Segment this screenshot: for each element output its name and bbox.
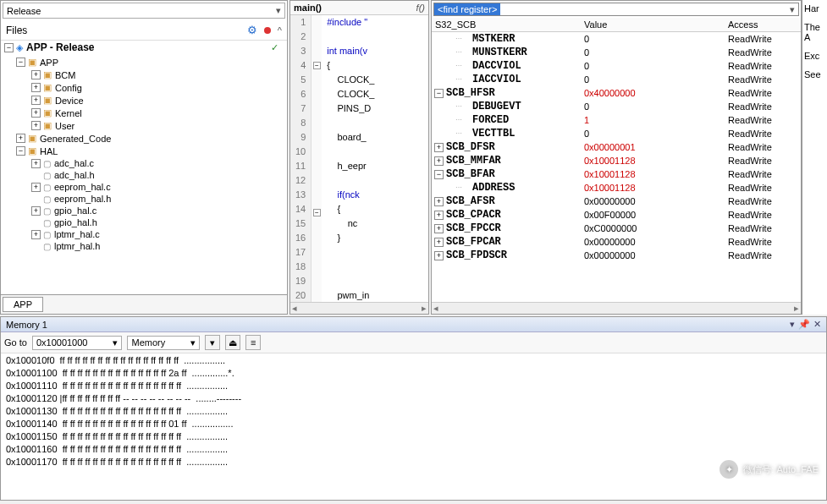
expander-icon[interactable]: + (31, 159, 41, 168)
folder-icon: ▣ (43, 82, 52, 93)
register-row[interactable]: +SCB_FPCCR0xC0000000ReadWrite (432, 222, 801, 235)
folder-icon: ▣ (43, 69, 52, 80)
memory-row: 0x10001160 ff ff ff ff ff ff ff ff ff ff… (6, 444, 821, 457)
tab-strip: APP (1, 294, 287, 314)
config-combo[interactable]: Release ▾ (3, 3, 285, 19)
memory-row: 0x10001130 ff ff ff ff ff ff ff ff ff ff… (6, 406, 821, 419)
expander-icon[interactable]: + (434, 224, 444, 233)
gear-icon[interactable]: ⚙ (247, 24, 257, 36)
register-row[interactable]: +SCB_FPDSCR0x00000000ReadWrite (432, 249, 801, 262)
register-name: VECTTBL (472, 127, 515, 140)
col-value: Value (584, 19, 728, 30)
tool-button-2[interactable]: ≡ (245, 335, 261, 350)
expander-icon[interactable]: + (31, 183, 41, 192)
tree-item[interactable]: +▢adc_hal.c (1, 157, 287, 169)
tree-item[interactable]: +▢eeprom_hal.c (1, 181, 287, 193)
collapse-icon[interactable]: ^ (278, 25, 282, 36)
register-value: 0 (584, 46, 728, 59)
chevron-down-icon: ▾ (786, 4, 798, 15)
tool-button-1[interactable]: ⏏ (225, 335, 240, 350)
horizontal-scrollbar[interactable]: ◂▸ (290, 302, 428, 314)
tab-app[interactable]: APP (3, 297, 43, 312)
tree-item[interactable]: +▣User (1, 119, 287, 132)
register-row[interactable]: ⋯MSTKERR0ReadWrite (432, 32, 801, 46)
config-value: Release (7, 6, 41, 16)
register-row[interactable]: +SCB_AFSR0x00000000ReadWrite (432, 194, 801, 208)
expander-icon[interactable]: − (434, 89, 444, 98)
tree-item[interactable]: ▢eeprom_hal.h (1, 193, 287, 205)
record-icon[interactable] (264, 27, 271, 34)
tree-item[interactable]: +▣Device (1, 94, 287, 107)
expander-icon[interactable]: − (16, 58, 25, 67)
register-list[interactable]: ⋯MSTKERR0ReadWrite⋯MUNSTKERR0ReadWrite⋯D… (432, 32, 801, 302)
expander-icon[interactable]: + (434, 143, 444, 152)
tree-item[interactable]: ▢adc_hal.h (1, 169, 287, 181)
tree-item[interactable]: −▣APP (1, 56, 287, 68)
register-name: ADDRESS (472, 181, 515, 194)
project-root[interactable]: − ◈ APP - Release ✓ (1, 41, 287, 54)
file-icon: ▢ (43, 242, 51, 251)
register-row[interactable]: +SCB_CPACR0x00F00000ReadWrite (432, 208, 801, 222)
register-name: SCB_FPDSCR (446, 249, 507, 262)
register-row[interactable]: −SCB_HFSR0x40000000ReadWrite (432, 86, 801, 100)
memory-dump[interactable]: 0x100010f0 ff ff ff ff ff ff ff ff ff ff… (1, 353, 826, 500)
register-row[interactable]: ⋯ADDRESS0x10001128ReadWrite (432, 181, 801, 194)
expander-icon[interactable]: + (31, 83, 41, 92)
close-icon[interactable]: ✕ (813, 319, 821, 330)
tree-item[interactable]: +▢gpio_hal.c (1, 205, 287, 216)
expander-icon[interactable]: + (31, 96, 41, 105)
expander-icon[interactable]: + (31, 230, 41, 239)
register-row[interactable]: ⋯IACCVIOL0ReadWrite (432, 73, 801, 86)
tree-item[interactable]: +▣Generated_Code (1, 132, 287, 145)
file-tree[interactable]: −▣APP+▣BCM+▣Config+▣Device+▣Kernel+▣User… (1, 54, 287, 294)
register-row[interactable]: +SCB_FPCAR0x00000000ReadWrite (432, 235, 801, 249)
register-row[interactable]: ⋯MUNSTKERR0ReadWrite (432, 46, 801, 59)
tree-item[interactable]: +▢lptmr_hal.c (1, 228, 287, 240)
tree-item[interactable]: +▣Kernel (1, 107, 287, 119)
check-icon: ✓ (271, 42, 278, 53)
expander-icon[interactable]: + (31, 70, 41, 79)
expander-icon[interactable]: + (31, 121, 41, 130)
code-editor[interactable]: 1234567891011121314151617181920 −− #incl… (290, 15, 428, 302)
expander-icon[interactable]: + (434, 197, 444, 206)
file-icon: ▢ (43, 159, 51, 168)
expander-icon[interactable]: − (434, 170, 444, 179)
tree-item[interactable]: +▣Config (1, 81, 287, 94)
tree-item[interactable]: ▢lptmr_hal.h (1, 240, 287, 252)
tree-item-label: APP (40, 58, 58, 68)
expander-icon[interactable]: − (16, 146, 25, 156)
function-icon[interactable]: f() (416, 3, 425, 13)
expander-icon[interactable]: + (434, 238, 444, 247)
register-header: S32_SCB Value Access (432, 18, 801, 32)
pin-icon[interactable]: 📌 (798, 319, 810, 330)
memory-toolbar: Go to 0x10001000▾ Memory▾ ▾ ⏏ ≡ (1, 332, 826, 353)
expander-icon[interactable]: + (31, 206, 41, 216)
register-row[interactable]: +SCB_DFSR0x00000001ReadWrite (432, 140, 801, 154)
tree-item-label: User (55, 121, 74, 131)
expander-icon[interactable]: + (31, 108, 41, 118)
tree-item[interactable]: ▢gpio_hal.h (1, 216, 287, 228)
memory-panel: Memory 1 ▾ 📌 ✕ Go to 0x10001000▾ Memory▾… (0, 316, 827, 501)
mode-combo[interactable]: Memory▾ (127, 336, 200, 350)
horizontal-scrollbar[interactable]: ◂▸ (432, 302, 801, 314)
find-register-combo[interactable]: <find register> ▾ (433, 3, 799, 16)
address-input[interactable]: 0x10001000▾ (32, 336, 123, 350)
col-access: Access (728, 19, 801, 30)
register-value: 0 (584, 32, 728, 46)
register-row[interactable]: ⋯DEBUGEVT0ReadWrite (432, 100, 801, 113)
tree-item[interactable]: −▣HAL (1, 145, 287, 157)
tree-item[interactable]: +▣BCM (1, 68, 287, 81)
expander-icon[interactable]: + (434, 156, 444, 166)
expander-icon[interactable]: − (4, 43, 14, 52)
register-row[interactable]: −SCB_BFAR0x10001128ReadWrite (432, 167, 801, 181)
expander-icon[interactable]: + (16, 134, 25, 143)
register-row[interactable]: +SCB_MMFAR0x10001128ReadWrite (432, 154, 801, 167)
register-row[interactable]: ⋯FORCED1ReadWrite (432, 113, 801, 127)
register-row[interactable]: ⋯DACCVIOL0ReadWrite (432, 59, 801, 73)
tree-item-label: Kernel (55, 108, 82, 118)
register-row[interactable]: ⋯VECTTBL0ReadWrite (432, 127, 801, 140)
dropdown-icon[interactable]: ▾ (790, 319, 795, 330)
dropdown-button[interactable]: ▾ (205, 335, 220, 350)
expander-icon[interactable]: + (434, 211, 444, 220)
expander-icon[interactable]: + (434, 251, 444, 260)
